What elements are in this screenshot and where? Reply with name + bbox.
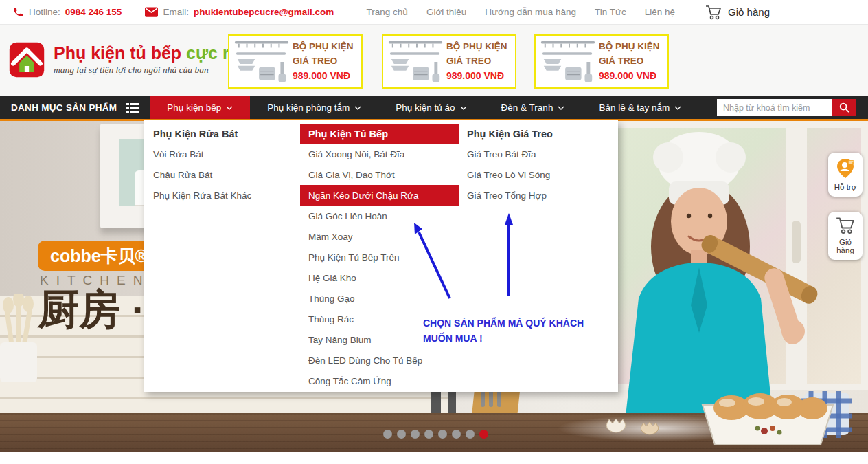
email-label: Email: [163, 7, 189, 17]
email: Email: phukientubepcucre@gmail.com [145, 7, 334, 17]
menu-item[interactable]: Vòi Rửa Bát [144, 144, 300, 164]
hotline-label: Hotline: [29, 7, 60, 17]
banner-line2: GIÁ TREO [446, 54, 507, 69]
menu-item[interactable]: Đèn LED Dùng Cho Tủ Bếp [300, 350, 459, 371]
catalog-menu-button[interactable]: DANH MỤC SẢN PHẨM [0, 96, 150, 119]
menu-item[interactable]: Giá Treo Tổng Hợp [459, 185, 618, 206]
search-button[interactable] [832, 99, 856, 116]
search-icon [839, 102, 849, 113]
kitchen-mega-menu: Phụ Kiện Rửa Bát Phụ Kiện Tủ Bếp Phụ Kiệ… [144, 120, 618, 392]
link-contact[interactable]: Liên hệ [645, 7, 675, 17]
menu-item[interactable]: Hệ Giá Kho [300, 267, 459, 288]
banner-price: 989.000 VNĐ [293, 69, 354, 84]
topbar-cart-button[interactable]: Giỏ hàng [705, 5, 770, 20]
logo-tagline: mang lại sự tiện lợi cho ngôi nhà của bạ… [54, 65, 239, 76]
banner-price: 989.000 VNĐ [446, 69, 507, 84]
rack-set-image [538, 37, 599, 87]
topbar-cart-label: Giỏ hàng [728, 6, 770, 18]
promo-banner-2[interactable]: BỘ PHỤ KIỆN GIÁ TREO 989.000 VNĐ [382, 34, 516, 89]
nav-item-bathroom[interactable]: Phụ kiện phòng tắm [250, 96, 378, 119]
header: Phụ kiện tủ bếp cực rẻ mang lại sự tiện … [0, 25, 868, 96]
bread-pan-image [683, 386, 858, 451]
cobbe-brand-text: cobbe卡贝® [50, 245, 148, 267]
email-value[interactable]: phukientubepcucre@gmail.com [194, 7, 334, 17]
menu-item[interactable]: Phụ Kiện Rửa Bát Khác [144, 185, 300, 206]
topbar: Hotline: 0984 246 155 Email: phukientube… [0, 0, 868, 25]
carousel-dot-3[interactable] [411, 430, 420, 439]
nav-item-label: Đèn & Tranh [501, 102, 553, 113]
menu-item-highlighted[interactable]: Ngăn Kéo Dưới Chậu Rửa [300, 185, 459, 206]
link-home[interactable]: Trang chủ [367, 7, 408, 17]
floating-cart-label: Giỏ hàng [830, 238, 861, 254]
logo-title: Phụ kiện tủ bếp [54, 43, 186, 63]
eggshells-image [601, 410, 676, 437]
banner-line2: GIÁ TREO [599, 54, 660, 69]
rack-set-image [232, 37, 293, 87]
carousel-dots [383, 430, 488, 439]
site-logo[interactable]: Phụ kiện tủ bếp cực rẻ mang lại sự tiện … [8, 41, 239, 78]
menu-item[interactable]: Công Tắc Cảm Ứng [300, 371, 459, 391]
chevron-down-icon [674, 106, 681, 110]
nav-item-wardrobe[interactable]: Phụ kiện tủ áo [378, 96, 483, 119]
link-news[interactable]: Tin Tức [595, 7, 626, 17]
dropdown-col2-list: Giá Xoong Nồi, Bát Đĩa Giá Gia Vị, Dao T… [300, 144, 459, 391]
nav-item-hinges[interactable]: Bản lề & tay nắm [582, 96, 698, 119]
dropdown-col3-header[interactable]: Phụ Kiện Giá Treo [467, 129, 553, 140]
carousel-dot-4[interactable] [424, 430, 433, 439]
nav-item-label: Phụ kiện phòng tắm [267, 102, 350, 113]
menu-item[interactable]: Giá Gia Vị, Dao Thớt [300, 164, 459, 185]
carousel-dot-2[interactable] [397, 430, 406, 439]
link-guide[interactable]: Hướng dẫn mua hàng [485, 7, 576, 17]
cart-icon [836, 217, 855, 234]
search-box [717, 99, 856, 116]
house-logo-icon [8, 41, 45, 78]
menu-item[interactable]: Chậu Rửa Bát [144, 164, 300, 185]
nav-item-lights[interactable]: Đèn & Tranh [484, 96, 582, 119]
chevron-down-icon [226, 106, 233, 110]
topbar-links: Trang chủ Giới thiệu Hướng dẫn mua hàng … [367, 7, 676, 17]
nav-item-label: Phụ kiện bếp [167, 102, 221, 113]
banner-price: 989.000 VNĐ [599, 69, 660, 84]
support-button[interactable]: Hỗ trợ [828, 153, 863, 197]
search-input[interactable] [717, 99, 832, 116]
carousel-dot-1[interactable] [383, 430, 392, 439]
nav-item-label: Phụ kiện tủ áo [396, 102, 455, 113]
dropdown-col2-header[interactable]: Phụ Kiện Tủ Bếp [300, 124, 459, 144]
carousel-dot-8-active[interactable] [479, 430, 488, 439]
promo-banner-1[interactable]: BỘ PHỤ KIỆN GIÁ TREO 989.000 VNĐ [228, 34, 363, 89]
floating-cart-button[interactable]: Giỏ hàng [828, 212, 863, 260]
menu-item[interactable]: Mâm Xoay [300, 226, 459, 247]
banner-line2: GIÁ TREO [293, 54, 354, 69]
annotation-text: CHỌN SẢN PHẨM MÀ QUÝ KHÁCH MUỐN MUA ! [423, 316, 593, 346]
main-nav: DANH MỤC SẢN PHẨM Phụ kiện bếp Phụ kiện … [0, 96, 868, 119]
hotline: Hotline: 0984 246 155 [12, 6, 122, 18]
banner-line1: BỘ PHỤ KIỆN [599, 40, 660, 54]
utensil-crock-image [0, 294, 41, 384]
menu-item[interactable]: Giá Góc Liên Hoàn [300, 206, 459, 226]
hotline-number: 0984 246 155 [65, 7, 122, 17]
menu-item[interactable]: Giá Treo Lò Vi Sóng [459, 164, 618, 185]
phone-icon [12, 6, 24, 18]
promo-banner-3[interactable]: BỘ PHỤ KIỆN GIÁ TREO 989.000 VNĐ [534, 34, 669, 89]
support-label: Hỗ trợ [830, 183, 861, 191]
list-icon [126, 103, 139, 113]
menu-item[interactable]: Giá Treo Bát Đĩa [459, 144, 618, 164]
dropdown-col1-list: Vòi Rửa Bát Chậu Rửa Bát Phụ Kiện Rửa Bá… [144, 144, 300, 206]
nav-item-kitchen[interactable]: Phụ kiện bếp [150, 96, 250, 119]
carousel-dot-5[interactable] [438, 430, 447, 439]
dropdown-col3-list: Giá Treo Bát Đĩa Giá Treo Lò Vi Sóng Giá… [459, 144, 618, 206]
menu-item[interactable]: Phụ Kiện Tủ Bếp Trên [300, 247, 459, 267]
banner-line1: BỘ PHỤ KIỆN [293, 40, 354, 54]
carousel-dot-6[interactable] [452, 430, 461, 439]
chevron-down-icon [558, 106, 564, 110]
rack-set-image [386, 37, 446, 87]
carousel-dot-7[interactable] [466, 430, 475, 439]
email-icon [145, 7, 158, 17]
menu-item[interactable]: Giá Xoong Nồi, Bát Đĩa [300, 144, 459, 164]
link-about[interactable]: Giới thiệu [426, 7, 466, 17]
woman-chef-image [596, 126, 836, 422]
dropdown-col1-header[interactable]: Phụ Kiện Rửa Bát [153, 129, 238, 140]
banner-line1: BỘ PHỤ KIỆN [446, 40, 507, 54]
cart-icon [705, 5, 722, 20]
menu-item[interactable]: Thùng Gạo [300, 288, 459, 309]
